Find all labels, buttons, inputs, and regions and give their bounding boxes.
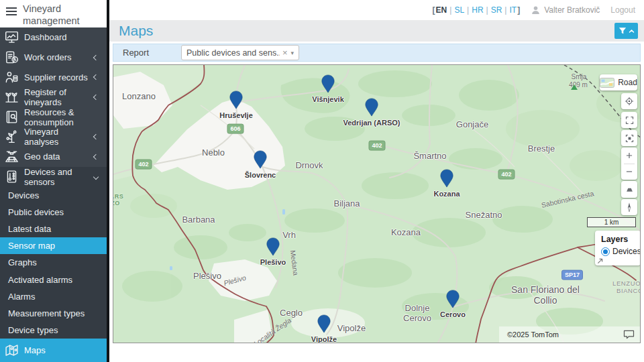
map-style-button[interactable]: Road xyxy=(600,74,637,90)
layer-option-devices[interactable]: Devices xyxy=(601,247,637,256)
compass-button[interactable] xyxy=(621,199,637,215)
sidebar-item-alarms[interactable]: Alarms xyxy=(0,288,107,305)
sidebar-item-sensor-map[interactable]: Sensor map xyxy=(0,237,107,254)
dropdown-arrow-icon[interactable]: ▾ xyxy=(291,50,294,56)
map-pin-hruševlje[interactable] xyxy=(229,90,244,109)
chevron-left-icon xyxy=(93,74,99,80)
map-town-label-snežatno: Snežatno xyxy=(466,210,502,220)
language-sr[interactable]: SR xyxy=(491,5,502,15)
language-sl[interactable]: SL xyxy=(454,5,464,15)
funnel-icon xyxy=(619,27,627,35)
layer-option-label: Devices xyxy=(612,247,641,256)
sidebar-subitem-label: Graphs xyxy=(8,257,37,267)
map-pin-cerovo[interactable] xyxy=(446,290,460,308)
sidebar-subitem-label: Public devices xyxy=(8,207,64,217)
layers-panel: Layers Devices xyxy=(595,231,641,265)
map-pin-label-hruševlje: Hruševlje xyxy=(219,111,253,119)
fullscreen-button[interactable] xyxy=(621,112,637,128)
filter-toggle-button[interactable] xyxy=(614,23,638,39)
hamburger-menu-icon[interactable] xyxy=(6,7,17,15)
map-pin-label-šlovrenc: Šlovrenc xyxy=(245,171,276,179)
sidebar-header: Vineyard management xyxy=(0,0,107,27)
user-icon xyxy=(531,5,541,15)
language-en[interactable]: EN xyxy=(436,5,447,15)
language-separator: | xyxy=(467,5,469,15)
sidebar-item-vineyard-analyses[interactable]: Vineyard analyses xyxy=(0,127,107,147)
language-switcher: [ EN|SL|HR|SR|IT ] xyxy=(433,5,521,15)
language-hr[interactable]: HR xyxy=(472,5,483,15)
sidebar-item-label: Geo data xyxy=(24,152,60,162)
sidebar-item-maps[interactable]: Maps xyxy=(0,339,107,362)
map-area-label-zo: ZO xyxy=(113,200,120,206)
sidebar-item-register-of-vineyards[interactable]: Register of vineyards xyxy=(0,87,107,107)
expand-panel-arrow-icon[interactable] xyxy=(596,257,604,265)
map-thumbnail-icon xyxy=(600,78,614,88)
report-select-value: Public devices and sens... xyxy=(186,48,280,58)
sidebar-item-measurement-types[interactable]: Measurement types xyxy=(0,305,107,322)
sidebar-item-work-orders[interactable]: Work orders xyxy=(0,48,107,68)
language-separator: | xyxy=(449,5,451,15)
minus-icon xyxy=(625,167,634,176)
sidebar-item-label: Work orders xyxy=(24,52,72,62)
map-town-label-brestje: Brestje xyxy=(528,143,555,154)
bracket-close: ] xyxy=(517,5,520,15)
sidebar-item-dashboard[interactable]: Dashboard xyxy=(0,27,107,48)
sidebar-item-public-devices[interactable]: Public devices xyxy=(0,204,107,221)
language-it[interactable]: IT xyxy=(509,5,517,15)
map-canvas[interactable]: LonzanoNebloDrnovkGonjačeŠmartnoBrestjeB… xyxy=(113,64,641,343)
map-town-label-barbana: Barbana xyxy=(182,215,215,225)
tilt-button[interactable] xyxy=(621,181,637,198)
map-pin-vipolže[interactable] xyxy=(317,314,331,333)
sidebar-item-latest-data[interactable]: Latest data xyxy=(0,221,107,237)
map-pin-šlovrenc[interactable] xyxy=(254,150,268,169)
feedback-bubble-icon[interactable] xyxy=(623,330,635,339)
chevron-up-icon xyxy=(629,28,635,34)
center-focus-icon xyxy=(625,133,635,143)
map-town-label-plešivo: Plešivo xyxy=(193,271,221,281)
radio-selected-icon[interactable] xyxy=(601,247,610,256)
map-area-label-bianco: BIANCO xyxy=(616,287,641,294)
language-separator: | xyxy=(504,5,506,15)
map-style-label: Road xyxy=(618,78,637,87)
sidebar-item-label: Dashboard xyxy=(24,32,67,42)
user-box: Valter Bratkovič xyxy=(531,5,600,15)
locate-button[interactable] xyxy=(621,93,637,109)
map-pin-kozana[interactable] xyxy=(440,169,454,188)
copyright-text: ©2025 TomTom xyxy=(507,330,559,339)
zoom-in-button[interactable] xyxy=(621,147,637,164)
clear-icon[interactable]: × xyxy=(282,48,288,58)
map-pin-label-vipolže: Vipolže xyxy=(311,335,337,343)
map-town-label-vrh: Vrh xyxy=(282,230,296,240)
map-pin-label-plešivo: Plešivo xyxy=(260,258,286,266)
sidebar-item-activated-alarms[interactable]: Activated alarms xyxy=(0,271,107,288)
zoom-out-button[interactable] xyxy=(621,164,637,180)
map-town-label-gonjače: Gonjače xyxy=(456,119,488,129)
filter-bar: Report Public devices and sens... × ▾ xyxy=(113,44,641,62)
road-badge-402: 402 xyxy=(498,170,515,180)
road-badge-402: 402 xyxy=(135,160,152,170)
sidebar-item-devices-and-sensors[interactable]: Devices and sensors xyxy=(0,167,107,187)
peak-triangle-icon xyxy=(571,84,578,90)
devices-sensors-icon xyxy=(3,169,19,185)
chevron-left-icon xyxy=(93,134,99,139)
map-town-label-vipolže: Vipolže xyxy=(337,323,366,333)
map-town-label-biljana: Biljana xyxy=(333,198,360,208)
map-pin-plešivo[interactable] xyxy=(266,237,280,256)
map-pin-višnjevik[interactable] xyxy=(321,74,335,93)
sidebar-item-devices[interactable]: Devices xyxy=(0,187,107,204)
road-badge-sp17: SP17 xyxy=(561,270,583,280)
app-window: Vineyard management DashboardWork orders… xyxy=(0,0,644,362)
sidebar-item-supplier-records[interactable]: Supplier records xyxy=(0,67,107,87)
sidebar-item-graphs[interactable]: Graphs xyxy=(0,254,107,271)
sidebar-item-resources-consumption[interactable]: Resources & consumption xyxy=(0,107,107,127)
sidebar-item-device-types[interactable]: Device types xyxy=(0,322,107,339)
report-select[interactable]: Public devices and sens... × ▾ xyxy=(181,45,299,60)
sidebar-item-geo-data[interactable]: Geo data xyxy=(0,147,107,167)
center-map-button[interactable] xyxy=(621,130,637,146)
map-town-label-neblo: Neblo xyxy=(202,147,225,158)
map-pin-label-vedrijan-arso: Vedrijan (ARSO) xyxy=(343,119,400,127)
logout-link[interactable]: Logout xyxy=(610,5,635,15)
map-pin-vedrijan-arso[interactable] xyxy=(365,98,379,117)
sidebar-nav: DashboardWork ordersSupplier recordsRegi… xyxy=(0,27,107,362)
vineyard-analyses-icon xyxy=(3,129,19,145)
